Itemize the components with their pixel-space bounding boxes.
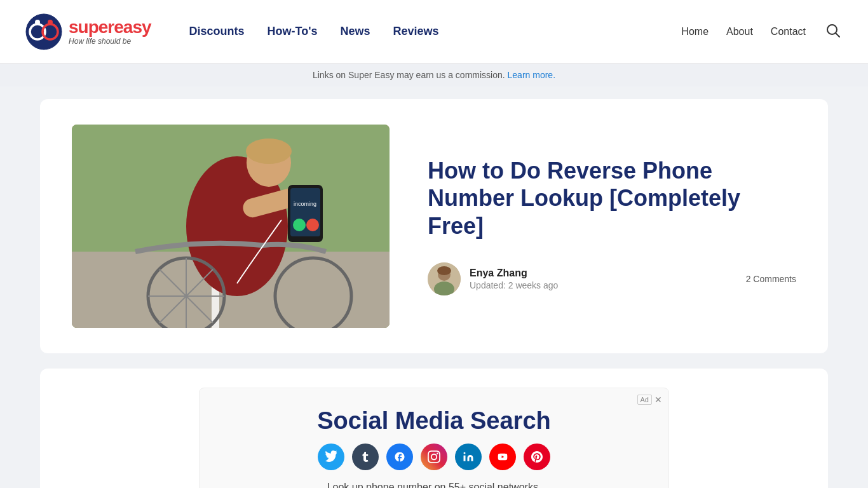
linkedin-icon[interactable] [455, 444, 482, 470]
search-icon [826, 24, 840, 37]
article-hero: incoming [40, 99, 828, 353]
article-card: incoming [40, 99, 828, 353]
logo-subtitle: How life should be [69, 37, 151, 45]
search-button[interactable] [824, 21, 843, 42]
pinterest-icon[interactable] [524, 444, 550, 470]
header-right: Home About Contact [681, 21, 843, 42]
nav-news[interactable]: News [341, 25, 370, 38]
ad-description: Look up phone number on 55+ social netwo… [212, 482, 656, 488]
nav-about[interactable]: About [726, 26, 753, 37]
article-image: incoming [72, 125, 390, 328]
logo-text: supereasy How life should be [69, 18, 151, 45]
nav-reviews[interactable]: Reviews [393, 25, 439, 38]
ad-badge: Ad ✕ [637, 395, 662, 405]
logo-title: supereasy [69, 18, 151, 36]
author-date: Updated: 2 weeks ago [470, 280, 558, 290]
svg-point-3 [35, 20, 40, 25]
comments-count-link[interactable]: 2 Comments [746, 274, 796, 284]
logo-icon [25, 13, 62, 50]
author-avatar [428, 262, 461, 295]
nav-howtos[interactable]: How-To's [268, 25, 318, 38]
logo[interactable]: supereasy How life should be [25, 13, 151, 50]
main-nav: Discounts How-To's News Reviews [189, 25, 439, 38]
svg-point-4 [48, 20, 53, 25]
learn-more-link[interactable]: Learn more. [508, 70, 555, 80]
article-title: How to Do Reverse Phone Number Lookup [C… [428, 157, 796, 240]
ad-close-button[interactable]: ✕ [654, 395, 662, 405]
tumblr-icon[interactable] [352, 444, 379, 470]
author-details: Enya Zhang Updated: 2 weeks ago [470, 268, 558, 290]
svg-point-30 [464, 452, 466, 454]
svg-point-19 [306, 219, 319, 231]
author-name: Enya Zhang [470, 268, 558, 279]
header-left: supereasy How life should be Discounts H… [25, 13, 439, 50]
instagram-icon[interactable] [421, 444, 447, 470]
ad-inner: Ad ✕ Social Media Search [199, 388, 669, 488]
svg-point-29 [437, 266, 451, 275]
nav-contact[interactable]: Contact [771, 26, 806, 37]
commission-bar: Links on Super Easy may earn us a commis… [0, 64, 868, 86]
svg-line-6 [836, 33, 839, 37]
svg-point-0 [26, 14, 62, 50]
svg-text:incoming: incoming [294, 201, 316, 207]
ad-title: Social Media Search [212, 407, 656, 435]
social-icons-row [212, 444, 656, 470]
site-header: supereasy How life should be Discounts H… [0, 0, 868, 64]
svg-point-12 [246, 139, 292, 164]
nav-home[interactable]: Home [681, 26, 709, 37]
nav-discounts[interactable]: Discounts [189, 25, 245, 38]
facebook-icon[interactable] [386, 444, 413, 470]
author-row: Enya Zhang Updated: 2 weeks ago 2 Commen… [428, 262, 796, 295]
author-left: Enya Zhang Updated: 2 weeks ago [428, 262, 558, 295]
main-content: incoming [27, 99, 841, 488]
ad-section: Ad ✕ Social Media Search [40, 369, 828, 488]
svg-point-18 [293, 219, 306, 231]
article-hero-image: incoming [72, 125, 390, 328]
ad-label: Ad [637, 395, 652, 405]
youtube-icon[interactable] [489, 444, 516, 470]
twitter-icon[interactable] [318, 444, 344, 470]
article-info: How to Do Reverse Phone Number Lookup [C… [428, 157, 796, 295]
